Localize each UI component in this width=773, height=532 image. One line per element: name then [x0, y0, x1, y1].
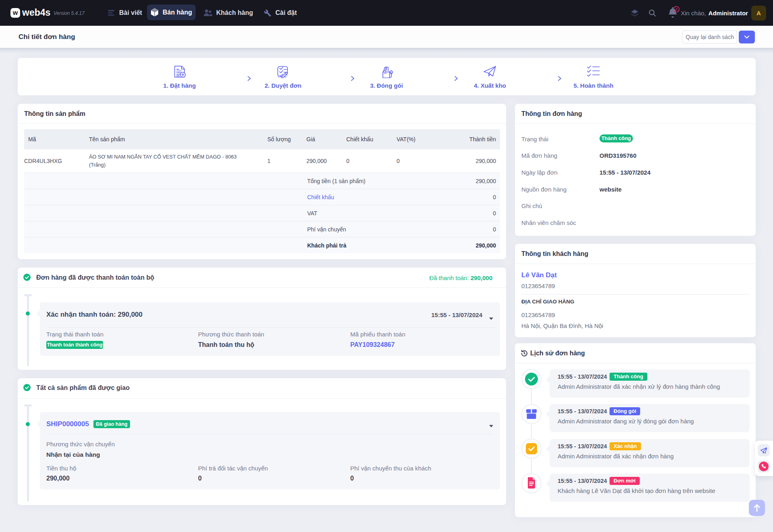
svg-text:3: 3: [675, 7, 677, 11]
